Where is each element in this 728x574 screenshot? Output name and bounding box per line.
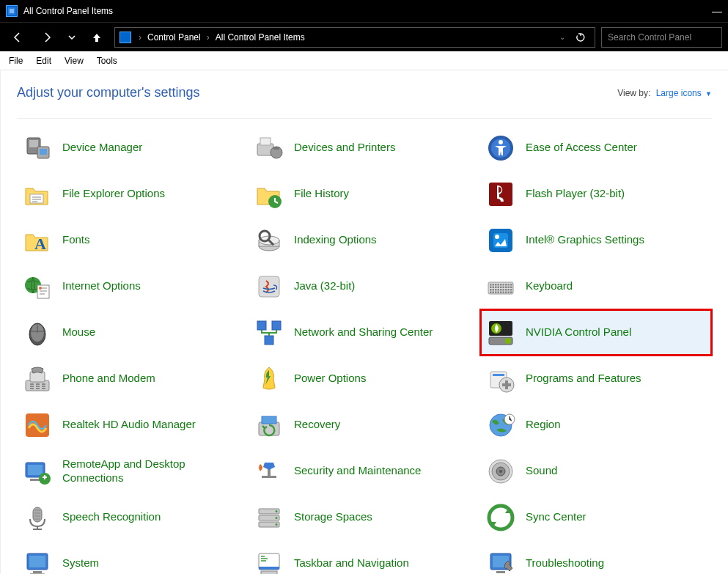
svg-rect-126 xyxy=(496,571,505,573)
up-button[interactable] xyxy=(85,26,109,49)
cp-item-label: File History xyxy=(294,187,349,201)
cp-item-flash-player[interactable]: Flash Player (32-bit) xyxy=(480,171,712,217)
svg-rect-86 xyxy=(493,374,504,376)
cp-item-taskbar-navigation[interactable]: Taskbar and Navigation xyxy=(249,540,480,574)
cp-item-java[interactable]: Java (32-bit) xyxy=(249,263,480,309)
svg-rect-53 xyxy=(505,289,507,291)
cp-item-label: Internet Options xyxy=(62,279,141,293)
chevron-right-icon: › xyxy=(207,32,210,43)
cp-item-devices-printers[interactable]: Devices and Printers xyxy=(249,125,480,171)
cp-item-label: NVIDIA Control Panel xyxy=(526,325,631,339)
svg-rect-33 xyxy=(500,284,502,286)
svg-rect-30 xyxy=(493,284,495,286)
cp-item-recovery[interactable]: Recovery xyxy=(249,402,480,448)
cp-item-keyboard[interactable]: Keyboard xyxy=(480,263,712,309)
cp-item-sync-center[interactable]: Sync Center xyxy=(480,494,712,540)
control-panel-icon xyxy=(6,5,18,17)
cp-item-internet-options[interactable]: Internet Options xyxy=(17,263,249,309)
cp-item-storage-spaces[interactable]: Storage Spaces xyxy=(249,494,480,540)
minimize-button[interactable]: — xyxy=(712,5,722,17)
svg-rect-96 xyxy=(28,465,43,475)
cp-item-file-explorer-options[interactable]: File Explorer Options xyxy=(17,171,249,217)
cp-item-fonts[interactable]: A Fonts xyxy=(17,217,249,263)
svg-rect-5 xyxy=(40,149,47,155)
cp-item-remoteapp[interactable]: RemoteApp and Desktop Connections xyxy=(17,448,249,494)
menu-file[interactable]: File xyxy=(3,54,29,68)
cp-item-nvidia[interactable]: NVIDIA Control Panel xyxy=(480,309,712,356)
indexing-icon xyxy=(253,224,285,257)
svg-point-23 xyxy=(495,235,499,239)
svg-rect-7 xyxy=(260,138,271,145)
cp-item-speech-recognition[interactable]: Speech Recognition xyxy=(17,494,249,540)
phone-icon xyxy=(21,363,54,395)
power-icon xyxy=(253,363,285,395)
breadcrumb[interactable]: › Control Panel › All Control Panel Item… xyxy=(114,27,595,48)
breadcrumb-item[interactable]: All Control Panel Items xyxy=(216,32,305,43)
recovery-icon xyxy=(253,409,285,441)
svg-rect-37 xyxy=(510,284,512,286)
cp-item-label: Taskbar and Navigation xyxy=(294,556,409,570)
cp-item-realtek-audio[interactable]: Realtek HD Audio Manager xyxy=(17,402,249,448)
cp-item-system[interactable]: System xyxy=(17,540,249,574)
cp-item-mouse[interactable]: Mouse xyxy=(17,309,249,356)
svg-point-12 xyxy=(499,140,503,144)
refresh-button[interactable] xyxy=(571,32,590,43)
cp-item-sound[interactable]: Sound xyxy=(480,448,712,494)
svg-rect-38 xyxy=(490,286,492,288)
speech-icon xyxy=(21,501,54,534)
cp-item-power-options[interactable]: Power Options xyxy=(249,356,480,402)
cp-item-intel-graphics[interactable]: Intel® Graphics Settings xyxy=(480,217,712,263)
cp-item-network-sharing[interactable]: Network and Sharing Center xyxy=(249,309,480,356)
recent-dropdown[interactable] xyxy=(65,26,79,49)
troubleshoot-icon xyxy=(485,548,517,575)
svg-rect-89 xyxy=(502,383,511,386)
cp-item-device-manager[interactable]: Device Manager xyxy=(17,125,249,171)
breadcrumb-item[interactable]: Control Panel xyxy=(147,32,201,43)
view-by-selector[interactable]: View by: Large icons ▼ xyxy=(617,88,712,98)
breadcrumb-dropdown[interactable]: ⌄ xyxy=(559,33,565,41)
svg-rect-52 xyxy=(503,289,505,291)
cp-item-label: Keyboard xyxy=(526,279,573,293)
svg-rect-32 xyxy=(498,284,500,286)
programs-icon xyxy=(485,363,517,395)
network-icon xyxy=(253,317,285,349)
svg-rect-1 xyxy=(10,9,14,13)
svg-rect-64 xyxy=(510,291,512,293)
svg-rect-29 xyxy=(490,284,492,286)
svg-rect-51 xyxy=(500,289,502,291)
svg-rect-50 xyxy=(498,289,500,291)
svg-rect-84 xyxy=(42,388,45,389)
cp-item-file-history[interactable]: File History xyxy=(249,171,480,217)
svg-rect-97 xyxy=(30,479,40,481)
menubar: File Edit View Tools xyxy=(0,51,728,70)
cp-item-label: Realtek HD Audio Manager xyxy=(62,418,196,432)
menu-tools[interactable]: Tools xyxy=(91,54,123,68)
cp-item-label: Device Manager xyxy=(62,141,142,155)
svg-rect-9 xyxy=(273,147,279,150)
view-by-value[interactable]: Large icons xyxy=(656,88,702,98)
cp-item-region[interactable]: Region xyxy=(480,402,712,448)
svg-rect-60 xyxy=(500,291,502,293)
menu-edit[interactable]: Edit xyxy=(30,54,57,68)
svg-rect-45 xyxy=(508,286,510,288)
cp-item-security-maintenance[interactable]: Security and Maintenance xyxy=(249,448,480,494)
svg-rect-3 xyxy=(29,140,38,147)
search-input[interactable]: Search Control Panel xyxy=(601,27,722,48)
cp-item-phone-modem[interactable]: Phone and Modem xyxy=(17,356,249,402)
svg-rect-75 xyxy=(30,372,45,382)
cp-item-label: Troubleshooting xyxy=(526,556,604,570)
remoteapp-icon xyxy=(21,455,54,487)
back-button[interactable] xyxy=(6,26,29,49)
forward-button[interactable] xyxy=(35,26,59,49)
mouse-icon xyxy=(21,317,54,349)
cp-item-troubleshooting[interactable]: Troubleshooting xyxy=(480,540,712,574)
cp-item-label: Phone and Modem xyxy=(62,372,155,386)
menu-view[interactable]: View xyxy=(59,54,89,68)
items-grid: Device Manager Devices and Printers Ease… xyxy=(17,125,712,574)
cp-item-programs-features[interactable]: Programs and Features xyxy=(480,356,712,402)
svg-rect-61 xyxy=(503,291,505,293)
cp-item-indexing-options[interactable]: Indexing Options xyxy=(249,217,480,263)
intel-icon xyxy=(485,224,517,257)
cp-item-ease-of-access[interactable]: Ease of Access Center xyxy=(480,125,712,171)
system-icon xyxy=(21,548,54,575)
